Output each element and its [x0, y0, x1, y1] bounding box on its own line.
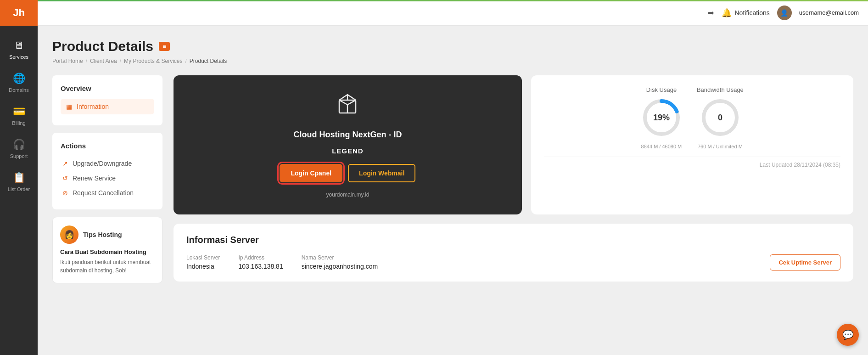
login-webmail-button[interactable]: Login Webmail	[348, 164, 415, 182]
actions-section: Actions ↗ Upgrade/Downgrade ↺ Renew Serv…	[52, 133, 162, 209]
action-cancel[interactable]: ⊘ Request Cancellation	[61, 186, 154, 200]
tips-card: 👩 Tips Hosting Cara Buat Subdomain Hosti…	[52, 217, 162, 283]
usage-card: Disk Usage 19% 8844 M / 46080 M	[531, 75, 853, 214]
lokasi-label: Lokasi Server	[186, 254, 220, 261]
cancel-icon: ⊘	[62, 189, 68, 197]
share-icon[interactable]: ➦	[707, 8, 714, 18]
upgrade-label: Upgrade/Downgrade	[73, 160, 132, 167]
breadcrumb-sep-3: /	[185, 58, 186, 64]
sidebar-logo[interactable]: Jh	[0, 0, 38, 26]
sidebar: Jh 🖥 Services 🌐 Domains 💳 Billing 🎧 Supp…	[0, 0, 38, 355]
bell-icon: 🔔	[722, 8, 732, 18]
page-title-badge: ≡	[159, 42, 170, 51]
product-domain: yourdomain.my.id	[326, 192, 369, 198]
sidebar-item-services[interactable]: 🖥 Services	[0, 33, 38, 66]
information-icon: ▦	[66, 103, 72, 110]
domains-icon: 🌐	[13, 73, 25, 85]
lokasi-value: Indonesia	[186, 263, 220, 270]
tips-title: Tips Hosting	[83, 231, 122, 238]
topbar-actions: ➦ 🔔 Notifications 👤 username@email.com	[707, 6, 859, 20]
overview-title: Overview	[61, 85, 154, 92]
tips-text: Ikuti panduan berikut untuk membuat subd…	[60, 258, 155, 275]
support-label: Support	[10, 153, 28, 159]
svg-line-2	[339, 100, 347, 105]
product-card: Cloud Hosting NextGen - ID LEGEND Login …	[174, 75, 522, 214]
nama-value: sincere.jagoanhosting.com	[302, 263, 378, 270]
svg-line-3	[347, 100, 356, 105]
sidebar-item-support[interactable]: 🎧 Support	[0, 132, 38, 165]
renew-icon: ↺	[62, 175, 68, 182]
top-cards-row: Cloud Hosting NextGen - ID LEGEND Login …	[174, 75, 853, 214]
breadcrumb-portal[interactable]: Portal Home	[52, 58, 83, 64]
billing-icon: 💳	[13, 106, 25, 118]
server-info-card: Informasi Server Lokasi Server Indonesia…	[174, 224, 853, 282]
tips-avatar: 👩	[60, 225, 78, 244]
topbar: ➦ 🔔 Notifications 👤 username@email.com	[0, 0, 868, 26]
nama-label: Nama Server	[302, 254, 378, 261]
main-wrapper: Product Details ≡ Portal Home / Client A…	[38, 26, 868, 355]
nav-item-information[interactable]: ▦ Information	[61, 99, 154, 114]
product-buttons: Login Cpanel Login Webmail	[280, 164, 415, 182]
disk-sub: 8844 M / 46080 M	[641, 144, 682, 149]
services-icon: 🖥	[14, 39, 24, 51]
services-label: Services	[9, 54, 28, 60]
bandwidth-sub: 760 M / Unlimited M	[698, 144, 743, 149]
chat-bubble-button[interactable]: 💬	[837, 324, 859, 346]
disk-circle: 19%	[641, 97, 682, 138]
list-order-icon: 📋	[13, 172, 25, 184]
renew-label: Renew Service	[73, 175, 116, 182]
cek-uptime-button[interactable]: Cek Uptime Server	[770, 254, 840, 270]
progress-bar	[0, 0, 868, 1]
usage-updated: Last Updated 28/11/2024 (08:35)	[544, 157, 840, 168]
disk-label: Disk Usage	[646, 86, 677, 93]
overview-section: Overview ▦ Information	[52, 75, 162, 125]
breadcrumb-sep-1: /	[86, 58, 87, 64]
usage-grid: Disk Usage 19% 8844 M / 46080 M	[544, 86, 840, 149]
right-content: Cloud Hosting NextGen - ID LEGEND Login …	[174, 75, 853, 283]
product-cube-icon	[335, 92, 360, 123]
user-name: username@email.com	[799, 9, 859, 16]
login-cpanel-button[interactable]: Login Cpanel	[280, 164, 342, 182]
server-nama: Nama Server sincere.jagoanhosting.com	[302, 254, 378, 270]
breadcrumb-client[interactable]: Client Area	[90, 58, 117, 64]
domains-label: Domains	[9, 87, 28, 93]
sidebar-nav: 🖥 Services 🌐 Domains 💳 Billing 🎧 Support…	[0, 26, 38, 198]
sidebar-item-list-order[interactable]: 📋 List Order	[0, 165, 38, 198]
action-upgrade[interactable]: ↗ Upgrade/Downgrade	[61, 156, 154, 171]
bandwidth-usage-item: Bandwidth Usage 0 760 M / Unlimited M	[697, 86, 744, 149]
cancel-label: Request Cancellation	[73, 189, 134, 197]
content-area: Product Details ≡ Portal Home / Client A…	[38, 26, 868, 355]
bandwidth-percent: 0	[718, 113, 722, 123]
product-legend: LEGEND	[332, 147, 364, 155]
sidebar-item-billing[interactable]: 💳 Billing	[0, 99, 38, 132]
list-order-label: List Order	[8, 186, 30, 192]
disk-percent: 19%	[653, 113, 670, 123]
server-info-grid: Lokasi Server Indonesia Ip Address 103.1…	[186, 254, 840, 270]
breadcrumb: Portal Home / Client Area / My Products …	[52, 58, 853, 64]
ip-value: 103.163.138.81	[238, 263, 283, 270]
server-card-title: Informasi Server	[186, 235, 840, 245]
server-ip: Ip Address 103.163.138.81	[238, 254, 283, 270]
support-icon: 🎧	[13, 139, 25, 151]
breadcrumb-current: Product Details	[190, 58, 227, 64]
notifications-button[interactable]: 🔔 Notifications	[722, 8, 769, 18]
actions-title: Actions	[61, 142, 154, 150]
upgrade-icon: ↗	[62, 160, 68, 167]
left-sidebar-panel: Overview ▦ Information Actions ↗ Upgrade…	[52, 75, 162, 283]
action-renew[interactable]: ↺ Renew Service	[61, 171, 154, 186]
main-content-grid: Overview ▦ Information Actions ↗ Upgrade…	[52, 75, 853, 283]
billing-label: Billing	[12, 120, 25, 126]
user-avatar[interactable]: 👤	[777, 6, 792, 20]
tips-subtitle: Cara Buat Subdomain Hosting	[60, 248, 155, 255]
breadcrumb-sep-2: /	[120, 58, 121, 64]
page-title: Product Details	[52, 39, 153, 54]
ip-label: Ip Address	[238, 254, 283, 261]
sidebar-item-domains[interactable]: 🌐 Domains	[0, 66, 38, 99]
breadcrumb-products[interactable]: My Products & Services	[124, 58, 182, 64]
tips-header: 👩 Tips Hosting	[60, 225, 155, 244]
notifications-label: Notifications	[734, 9, 769, 17]
product-name: Cloud Hosting NextGen - ID	[293, 130, 402, 140]
server-lokasi: Lokasi Server Indonesia	[186, 254, 220, 270]
bandwidth-circle: 0	[700, 97, 741, 138]
page-title-row: Product Details ≡	[52, 39, 853, 54]
